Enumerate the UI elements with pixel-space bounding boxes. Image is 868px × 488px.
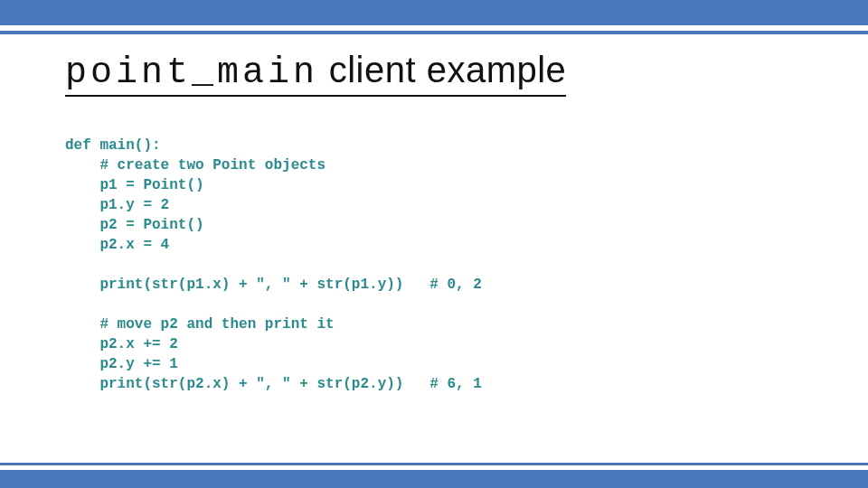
code-line: p2.y += 1: [65, 356, 178, 372]
code-line: print(str(p2.x) + ", " + str(p2.y)) # 6,…: [65, 376, 482, 392]
code-block: def main(): # create two Point objects p…: [65, 136, 482, 394]
top-thin-band: [0, 31, 868, 34]
code-line: p2.x = 4: [65, 237, 169, 253]
title-mono: point_main: [65, 52, 318, 93]
code-line: p1 = Point(): [65, 177, 204, 193]
bottom-band: [0, 470, 868, 488]
code-line: # create two Point objects: [65, 157, 326, 174]
top-band: [0, 0, 868, 25]
code-line: p2.x += 2: [65, 336, 178, 352]
code-line: p1.y = 2: [65, 197, 169, 213]
slide: point_main client example def main(): # …: [0, 0, 868, 488]
code-line: # move p2 and then print it: [65, 316, 335, 333]
title-rest: client example: [318, 50, 566, 89]
code-line: def main():: [65, 137, 161, 154]
page-title: point_main client example: [65, 50, 566, 97]
code-line: p2 = Point(): [65, 217, 204, 233]
code-line: print(str(p1.x) + ", " + str(p1.y)) # 0,…: [65, 277, 482, 293]
